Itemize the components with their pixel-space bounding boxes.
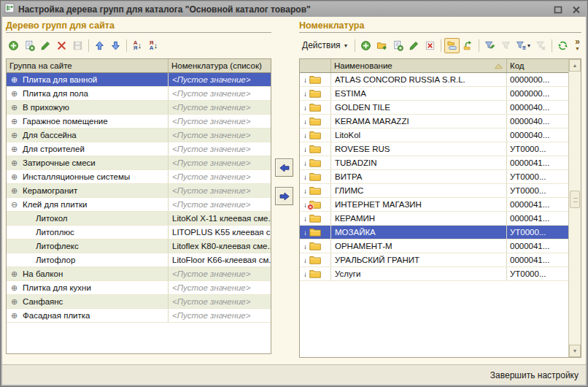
move-down-button[interactable] bbox=[108, 38, 123, 53]
expand-toggle-icon[interactable]: ⊕ bbox=[9, 186, 19, 196]
expand-toggle-icon[interactable]: ⊕ bbox=[9, 269, 19, 279]
list-row[interactable]: ↓ × МОЗАЙКА УТ0000... bbox=[300, 226, 568, 240]
expand-toggle-icon[interactable]: ⊕ bbox=[9, 117, 19, 126]
tree-row[interactable]: ⊕ Плитка для кухни <Пустое значение> bbox=[7, 281, 271, 295]
tree-row[interactable]: ⊕ Для строителей <Пустое значение> bbox=[7, 142, 271, 156]
delete-button[interactable] bbox=[422, 38, 438, 53]
tree-row[interactable]: ⊖ Клей для плитки <Пустое значение> bbox=[7, 198, 271, 212]
nomenclature-value: <Пустое значение> bbox=[172, 103, 250, 112]
column-header-name[interactable]: Наименование bbox=[331, 59, 507, 72]
group-tree-header: Группа на сайте Номенклатура (список) bbox=[7, 59, 271, 73]
add-button[interactable] bbox=[6, 38, 21, 53]
list-row[interactable]: ↓ × ОРНАМЕНТ-М 0000041... bbox=[300, 240, 568, 253]
filter-by-value-button[interactable]: ▼ bbox=[514, 38, 533, 53]
list-row[interactable]: ↓ × GOLDEN TILE 0000040... bbox=[300, 101, 568, 115]
expand-toggle-icon[interactable]: ⊕ bbox=[9, 172, 19, 182]
expand-toggle-icon[interactable]: ⊕ bbox=[9, 297, 19, 307]
tree-row[interactable]: ⊕ Фасадная плитка <Пустое значение> bbox=[7, 309, 271, 323]
expand-toggle-icon[interactable]: ⊕ bbox=[9, 145, 19, 154]
column-header-group[interactable]: Группа на сайте bbox=[7, 59, 169, 72]
new-group-button[interactable] bbox=[374, 38, 390, 53]
list-row[interactable]: ↓ × Услуги УТ0000... bbox=[300, 267, 568, 281]
sort-desc-button[interactable]: ЯА↓ bbox=[146, 38, 161, 53]
more-buttons-button[interactable]: »▼ bbox=[575, 39, 581, 52]
expand-toggle-icon[interactable]: ⊕ bbox=[9, 131, 19, 140]
tree-row[interactable]: ⊕ Санфаянс <Пустое значение> bbox=[7, 295, 271, 309]
item-code: 0000040... bbox=[510, 117, 549, 126]
tree-row[interactable]: ⊕ В прихожую <Пустое значение> bbox=[7, 101, 271, 115]
list-row[interactable]: ↓ × ИНТЕРНЕТ МАГАЗИН 0000041... bbox=[300, 198, 568, 212]
tree-row[interactable]: Литофлекс Litoflex K80-клеевая сме... bbox=[7, 240, 271, 253]
sort-indicator-icon bbox=[494, 62, 503, 69]
vertical-scrollbar[interactable]: ▲ ▼ bbox=[568, 59, 581, 357]
scroll-up-button[interactable]: ▲ bbox=[569, 59, 581, 72]
expand-toggle-icon[interactable]: ⊕ bbox=[9, 283, 19, 293]
expand-toggle-icon[interactable]: ⊕ bbox=[9, 89, 19, 99]
actions-menu-button[interactable]: Действия▼ bbox=[299, 38, 352, 53]
up-level-button[interactable] bbox=[460, 38, 476, 53]
list-row[interactable]: ↓ × ГЛИМС УТ0000... bbox=[300, 184, 568, 198]
toolbar-separator bbox=[88, 39, 89, 52]
expand-toggle-icon[interactable]: ⊕ bbox=[9, 311, 19, 321]
move-up-button[interactable] bbox=[92, 38, 107, 53]
item-code: 0000041... bbox=[510, 200, 549, 209]
tree-row[interactable]: ⊕ Затирочные смеси <Пустое значение> bbox=[7, 156, 271, 170]
filter-set-button[interactable] bbox=[482, 38, 498, 53]
tree-row[interactable]: ⊕ Плитка для ванной <Пустое значение> bbox=[7, 73, 271, 87]
tree-row[interactable]: ⊕ Инсталляционные системы <Пустое значен… bbox=[7, 170, 271, 184]
nomenclature-value: <Пустое значение> bbox=[172, 89, 250, 98]
group-name: На балкон bbox=[23, 269, 63, 278]
tree-row[interactable]: Литоплюс LITOPLUS K55 клеевая с... bbox=[7, 226, 271, 240]
scroll-down-button[interactable]: ▼ bbox=[569, 345, 581, 357]
close-button[interactable] bbox=[569, 4, 584, 15]
tree-row[interactable]: ⊕ Для бассейна <Пустое значение> bbox=[7, 129, 271, 142]
tree-row[interactable]: ⊕ Гаражное помещение <Пустое значение> bbox=[7, 115, 271, 129]
tree-row[interactable]: ⊕ На балкон <Пустое значение> bbox=[7, 267, 271, 281]
list-row[interactable]: ↓ × ROVESE RUS УТ0000... bbox=[300, 142, 568, 156]
nomenclature-value: <Пустое значение> bbox=[172, 297, 250, 306]
scrollbar-thumb[interactable] bbox=[570, 191, 580, 208]
nomenclature-value: LitoFloor K66-клеевая см... bbox=[172, 256, 271, 264]
list-row[interactable]: ↓ × КЕРАМИН 0000041... bbox=[300, 212, 568, 226]
add-copy-button[interactable] bbox=[390, 38, 406, 53]
window-title: Настройка дерева групп для каталога "Осн… bbox=[18, 4, 547, 15]
list-row[interactable]: ↓ × ATLAS CONCORD RUSSIA S.R.L. 0000000.… bbox=[300, 73, 568, 87]
sort-asc-button[interactable]: АЯ↓ bbox=[130, 38, 145, 53]
column-header-nomenclature[interactable]: Номенклатура (список) bbox=[169, 59, 271, 72]
item-code: 0000000... bbox=[510, 89, 549, 98]
list-row[interactable]: ↓ × KERAMA MARAZZI 0000040... bbox=[300, 115, 568, 129]
list-row[interactable]: ↓ × TUBADZIN 0000041... bbox=[300, 156, 568, 170]
group-folder-icon: × bbox=[309, 103, 322, 112]
list-row[interactable]: ↓ × ВИТРА УТ0000... bbox=[300, 170, 568, 184]
add-copy-button[interactable] bbox=[22, 38, 37, 53]
chevron-down-icon: ▼ bbox=[527, 43, 532, 48]
expand-toggle-icon[interactable]: ⊖ bbox=[9, 200, 19, 210]
transfer-left-button[interactable] bbox=[275, 158, 293, 177]
delete-button[interactable] bbox=[54, 38, 69, 53]
column-header-code[interactable]: Код bbox=[507, 59, 568, 72]
tree-row[interactable]: ⊕ Плитка для пола <Пустое значение> bbox=[7, 87, 271, 101]
footer-bar: Завершить настройку bbox=[2, 364, 586, 385]
maximize-button[interactable] bbox=[551, 4, 565, 15]
expand-toggle-icon[interactable]: ⊕ bbox=[9, 75, 19, 85]
refresh-button[interactable] bbox=[555, 38, 570, 53]
finish-setup-button[interactable]: Завершить настройку bbox=[490, 370, 579, 380]
add-button[interactable] bbox=[358, 38, 374, 53]
tree-row[interactable]: Литофлор LitoFloor K66-клеевая см... bbox=[7, 253, 271, 267]
group-tree-table: Группа на сайте Номенклатура (список) ⊕ … bbox=[6, 58, 271, 354]
list-row[interactable]: ↓ × LitoKol 0000040... bbox=[300, 129, 568, 142]
column-header-icon[interactable] bbox=[300, 59, 331, 72]
tree-row[interactable]: ⊕ Керамогранит <Пустое значение> bbox=[7, 184, 271, 198]
edit-button[interactable] bbox=[38, 38, 53, 53]
deleted-badge-icon: × bbox=[307, 204, 314, 210]
transfer-right-button[interactable] bbox=[275, 187, 293, 205]
tree-row[interactable]: Литокол LitoKol X-11 клеевая сме... bbox=[7, 212, 271, 226]
group-folder-icon: × bbox=[309, 200, 322, 209]
group-tree-rows: ⊕ Плитка для ванной <Пустое значение> ⊕ … bbox=[7, 73, 271, 353]
expand-toggle-icon[interactable]: ⊕ bbox=[9, 103, 19, 112]
hierarchy-toggle-button[interactable] bbox=[444, 38, 460, 53]
expand-toggle-icon[interactable]: ⊕ bbox=[9, 158, 19, 168]
list-row[interactable]: ↓ × ESTIMA 0000000... bbox=[300, 87, 568, 101]
list-row[interactable]: ↓ × УРАЛЬСКИЙ ГРАНИТ 0000041... bbox=[300, 253, 568, 267]
edit-button[interactable] bbox=[406, 38, 422, 53]
